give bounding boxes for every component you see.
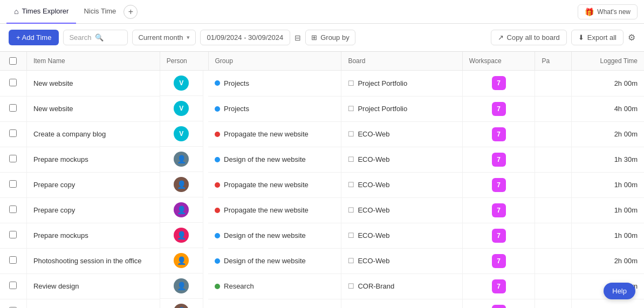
- filter-icon[interactable]: ⊟: [294, 33, 301, 42]
- board-icon: ☐: [348, 105, 354, 113]
- row-checkbox[interactable]: [9, 79, 17, 86]
- workspace-badge: 7: [492, 229, 506, 243]
- row-checkbox[interactable]: [9, 155, 17, 162]
- th-person: Person: [160, 52, 208, 71]
- avatar: V: [174, 126, 189, 141]
- tab-nicis-time[interactable]: Nicis Time: [76, 0, 124, 24]
- time-entries-table-wrap: Item Name Person Group Board Workspace P…: [0, 52, 644, 308]
- board-cell: ☐Project Portfolio: [341, 96, 462, 121]
- avatar: 👤: [174, 228, 189, 243]
- board-label: Project Portfolio: [358, 79, 407, 87]
- table-row: Prepare mockups👤Design of the new websit…: [0, 147, 644, 172]
- board-label: ECO-Web: [358, 181, 389, 189]
- copy-all-to-board-button[interactable]: ↗ Copy all to board: [491, 30, 567, 45]
- th-item-name-label: Item Name: [33, 57, 65, 65]
- group-label: Propagate the new website: [224, 130, 309, 138]
- row-checkbox[interactable]: [9, 180, 17, 188]
- board-icon: ☐: [348, 282, 354, 290]
- group-dot: [215, 258, 220, 264]
- workspace-badge: 7: [492, 254, 506, 268]
- row-checkbox-cell: [0, 71, 26, 97]
- pa-cell: [535, 71, 571, 97]
- row-checkbox[interactable]: [9, 104, 17, 112]
- table-row: Create a company blogVPropagate the new …: [0, 121, 644, 147]
- add-tab-button[interactable]: +: [124, 5, 138, 19]
- row-checkbox[interactable]: [9, 256, 17, 264]
- date-range-button[interactable]: 01/09/2024 - 30/09/2024: [200, 30, 291, 45]
- board-label: Project Portfolio: [358, 105, 407, 113]
- pa-cell: [535, 96, 571, 121]
- th-item-name: Item Name: [26, 52, 160, 71]
- row-checkbox[interactable]: [9, 206, 17, 213]
- board-cell: ☐ECO-Web: [341, 197, 462, 223]
- row-checkbox-cell: [0, 121, 26, 147]
- group-label: Design of the new website: [224, 231, 306, 239]
- row-checkbox[interactable]: [9, 129, 17, 137]
- whats-new-button[interactable]: 🎁 What's new: [578, 4, 638, 19]
- item-name-cell: Photoshooting session in the office: [26, 248, 160, 273]
- table-row: Prepare copy👤Propagate the new website☐E…: [0, 197, 644, 223]
- add-time-button[interactable]: + Add Time: [9, 30, 59, 45]
- group-by-button[interactable]: ⊞ Group by: [305, 30, 355, 45]
- export-all-button[interactable]: ⬇ Export all: [571, 30, 624, 45]
- board-icon: ☐: [348, 206, 354, 214]
- tab-times-explorer[interactable]: ⌂ Times Explorer: [6, 0, 76, 24]
- board-icon: ☐: [348, 155, 354, 163]
- table-row: Prepare copy👤Propagate the new website☐E…: [0, 172, 644, 197]
- pa-cell: [535, 147, 571, 172]
- table-row: Prepare mockups👤Design of the new websit…: [0, 223, 644, 248]
- settings-icon[interactable]: ⚙: [628, 32, 635, 43]
- item-name-cell: Create a company blog: [26, 121, 160, 147]
- workspace-cell: 7: [462, 197, 535, 223]
- table-body: New websiteVProjects☐Project Portfolio72…: [0, 71, 644, 309]
- avatar: 👤: [174, 202, 189, 217]
- board-label: ECO-Web: [358, 231, 389, 239]
- tab-nicis-time-label: Nicis Time: [84, 7, 116, 15]
- table-row: Photoshooting session in the office👤Desi…: [0, 248, 644, 273]
- workspace-badge: 7: [492, 102, 506, 116]
- board-icon: ☐: [348, 257, 354, 265]
- person-cell: V: [160, 71, 203, 96]
- th-logged-time-label: Logged Time: [600, 57, 638, 65]
- copy-icon: ↗: [498, 33, 504, 42]
- workspace-cell: 7: [462, 273, 535, 299]
- group-cell: Design of the new website: [208, 147, 341, 172]
- current-month-filter[interactable]: Current month: [132, 30, 195, 45]
- workspace-cell: 7: [462, 223, 535, 248]
- search-label: Search: [69, 33, 91, 42]
- group-label: Design of the new website: [224, 155, 306, 163]
- workspace-badge: 7: [492, 76, 506, 90]
- th-board-label: Board: [348, 57, 365, 65]
- search-box[interactable]: Search 🔍: [63, 30, 128, 45]
- avatar: 👤: [174, 152, 189, 167]
- pa-cell: [535, 299, 571, 308]
- row-checkbox[interactable]: [9, 282, 17, 289]
- board-cell: ☐ECO-Web: [341, 147, 462, 172]
- group-cell: Propagate the new website: [208, 121, 341, 147]
- group-by-icon: ⊞: [311, 33, 317, 42]
- row-checkbox-cell: [0, 96, 26, 121]
- row-checkbox[interactable]: [9, 231, 17, 238]
- group-cell: Propagate the new website: [208, 172, 341, 197]
- workspace-badge: 7: [492, 279, 506, 293]
- pa-cell: [535, 197, 571, 223]
- logged-time-cell: 1h 00m: [571, 197, 644, 223]
- person-cell: 👤: [160, 147, 203, 172]
- workspace-cell: 7: [462, 121, 535, 147]
- home-icon: ⌂: [14, 7, 18, 16]
- gift-icon: 🎁: [585, 8, 594, 16]
- help-button[interactable]: Help: [604, 283, 635, 299]
- person-cell: V: [160, 96, 203, 121]
- group-by-label: Group by: [320, 33, 349, 42]
- table-row: New websiteVProjects☐Project Portfolio72…: [0, 71, 644, 97]
- whats-new-label: What's new: [597, 8, 631, 16]
- workspace-cell: 7: [462, 248, 535, 273]
- board-label: ECO-Web: [358, 257, 389, 265]
- row-checkbox-cell: [0, 172, 26, 197]
- board-cell: ☐Project Portfolio: [341, 71, 462, 97]
- board-label: ECO-Web: [358, 155, 389, 163]
- select-all-checkbox[interactable]: [9, 57, 17, 65]
- board-icon: ☐: [348, 79, 354, 87]
- table-row: Video on landing page👤Design of the new …: [0, 299, 644, 308]
- toolbar: + Add Time Search 🔍 Current month 01/09/…: [0, 24, 644, 52]
